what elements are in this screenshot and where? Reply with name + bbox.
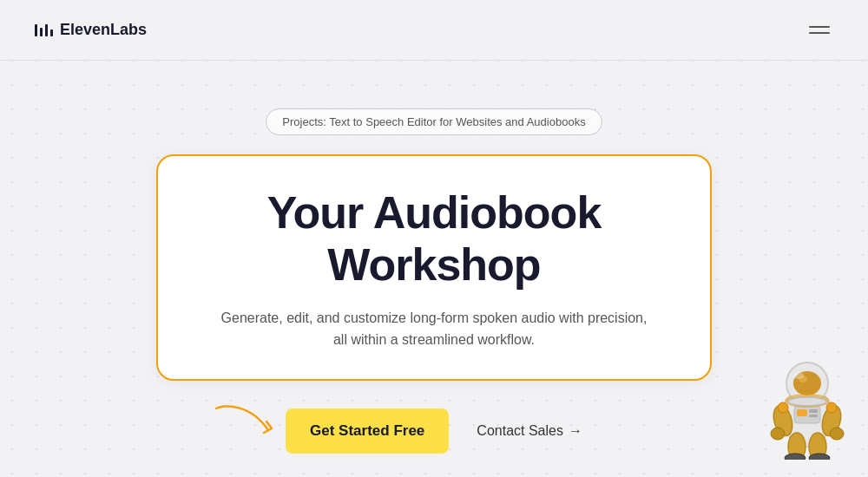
svg-point-20 [788, 397, 826, 406]
hero-title: Your Audiobook Workshop [210, 187, 658, 291]
logo-icon [35, 24, 53, 36]
astronaut-illustration [764, 347, 851, 460]
logo-bar-2 [40, 28, 43, 36]
svg-point-19 [826, 402, 837, 413]
svg-rect-4 [809, 415, 818, 417]
hero-card: Your Audiobook Workshop Generate, edit, … [156, 154, 712, 381]
svg-point-16 [809, 454, 830, 460]
hamburger-menu[interactable] [806, 23, 833, 37]
hamburger-line-1 [809, 26, 830, 28]
get-started-button[interactable]: Get Started Free [286, 408, 449, 454]
hamburger-line-2 [809, 32, 830, 34]
contact-sales-arrow: → [569, 423, 582, 439]
main-content: Projects: Text to Speech Editor for Webs… [0, 61, 868, 454]
astronaut-svg [764, 347, 851, 460]
svg-point-18 [778, 402, 788, 413]
logo: ElevenLabs [35, 21, 147, 39]
svg-point-10 [771, 428, 785, 440]
svg-point-12 [830, 428, 844, 440]
arrow-decoration [207, 400, 286, 455]
logo-bar-1 [35, 24, 37, 36]
contact-sales-text: Contact Sales [477, 423, 563, 439]
svg-point-8 [793, 372, 804, 379]
logo-bar-3 [45, 24, 48, 36]
cta-row: Get Started Free Contact Sales → [286, 408, 582, 454]
contact-sales-link[interactable]: Contact Sales → [477, 423, 582, 439]
badge-pill[interactable]: Projects: Text to Speech Editor for Webs… [266, 108, 602, 135]
hero-title-line1: Your Audiobook [267, 187, 602, 238]
svg-rect-2 [797, 409, 807, 416]
svg-point-14 [785, 454, 806, 460]
hero-subtitle: Generate, edit, and customize long-form … [217, 307, 651, 351]
badge-text: Projects: Text to Speech Editor for Webs… [282, 115, 585, 128]
hero-title-line2: Workshop [327, 239, 540, 290]
header: ElevenLabs [0, 0, 868, 61]
logo-bar-4 [50, 29, 53, 36]
svg-rect-3 [809, 409, 818, 413]
logo-text: ElevenLabs [60, 21, 147, 39]
